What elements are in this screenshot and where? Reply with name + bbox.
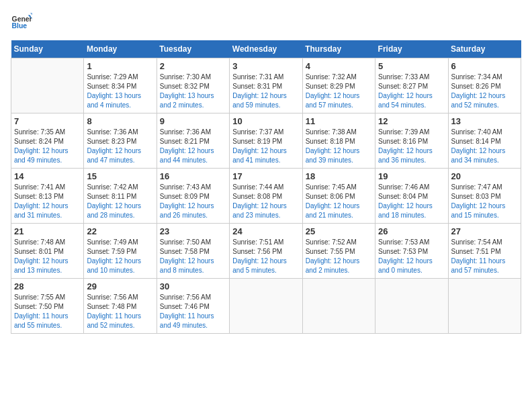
day-cell: 10Sunrise: 7:37 AMSunset: 8:19 PMDayligh… — [230, 113, 302, 169]
day-info: Sunrise: 7:47 AMSunset: 8:03 PMDaylight:… — [451, 183, 518, 220]
day-number: 8 — [87, 116, 153, 126]
daylight-label: Daylight: 12 hours and 49 minutes. — [14, 147, 69, 164]
day-info: Sunrise: 7:38 AMSunset: 8:18 PMDaylight:… — [306, 128, 372, 165]
day-number: 28 — [14, 281, 81, 291]
daylight-label: Daylight: 12 hours and 8 minutes. — [160, 257, 214, 274]
day-info: Sunrise: 7:44 AMSunset: 8:08 PMDaylight:… — [232, 183, 299, 220]
daylight-label: Daylight: 12 hours and 21 minutes. — [306, 202, 360, 219]
day-number: 30 — [160, 281, 226, 291]
daylight-label: Daylight: 12 hours and 47 minutes. — [87, 147, 141, 164]
daylight-label: Daylight: 11 hours and 57 minutes. — [451, 257, 506, 274]
day-info: Sunrise: 7:42 AMSunset: 8:11 PMDaylight:… — [87, 183, 153, 220]
day-cell: 20Sunrise: 7:47 AMSunset: 8:03 PMDayligh… — [448, 169, 521, 224]
day-info: Sunrise: 7:55 AMSunset: 7:50 PMDaylight:… — [14, 293, 81, 330]
col-header-wednesday: Wednesday — [230, 40, 302, 58]
day-cell — [302, 279, 375, 334]
day-info: Sunrise: 7:37 AMSunset: 8:19 PMDaylight:… — [232, 128, 299, 165]
col-header-thursday: Thursday — [302, 40, 375, 58]
day-info: Sunrise: 7:34 AMSunset: 8:26 PMDaylight:… — [451, 73, 518, 110]
day-info: Sunrise: 7:32 AMSunset: 8:29 PMDaylight:… — [306, 73, 372, 110]
day-info: Sunrise: 7:49 AMSunset: 7:59 PMDaylight:… — [87, 238, 153, 275]
day-cell: 5Sunrise: 7:33 AMSunset: 8:27 PMDaylight… — [375, 58, 448, 113]
day-cell: 2Sunrise: 7:30 AMSunset: 8:32 PMDaylight… — [157, 58, 229, 113]
daylight-label: Daylight: 12 hours and 15 minutes. — [451, 202, 506, 219]
day-number: 24 — [232, 226, 299, 236]
day-info: Sunrise: 7:40 AMSunset: 8:14 PMDaylight:… — [451, 128, 518, 165]
day-cell: 1Sunrise: 7:29 AMSunset: 8:34 PMDaylight… — [84, 58, 157, 113]
day-info: Sunrise: 7:46 AMSunset: 8:04 PMDaylight:… — [378, 183, 445, 220]
day-info: Sunrise: 7:29 AMSunset: 8:34 PMDaylight:… — [87, 73, 153, 110]
day-info: Sunrise: 7:53 AMSunset: 7:53 PMDaylight:… — [378, 238, 445, 275]
daylight-label: Daylight: 12 hours and 18 minutes. — [378, 202, 433, 219]
day-info: Sunrise: 7:51 AMSunset: 7:56 PMDaylight:… — [232, 238, 299, 275]
day-info: Sunrise: 7:56 AMSunset: 7:48 PMDaylight:… — [87, 293, 153, 330]
day-number: 5 — [378, 61, 445, 71]
day-cell: 13Sunrise: 7:40 AMSunset: 8:14 PMDayligh… — [448, 113, 521, 169]
day-info: Sunrise: 7:30 AMSunset: 8:32 PMDaylight:… — [160, 73, 226, 110]
day-info: Sunrise: 7:36 AMSunset: 8:21 PMDaylight:… — [160, 128, 226, 165]
day-number: 25 — [306, 226, 372, 236]
day-number: 3 — [232, 61, 299, 71]
col-header-tuesday: Tuesday — [157, 40, 229, 58]
day-cell — [11, 58, 84, 113]
day-number: 12 — [378, 116, 445, 126]
day-info: Sunrise: 7:31 AMSunset: 8:31 PMDaylight:… — [232, 73, 299, 110]
day-number: 29 — [87, 281, 153, 291]
daylight-label: Daylight: 12 hours and 39 minutes. — [306, 147, 360, 164]
day-cell — [230, 279, 302, 334]
day-cell: 24Sunrise: 7:51 AMSunset: 7:56 PMDayligh… — [230, 224, 302, 279]
daylight-label: Daylight: 12 hours and 54 minutes. — [378, 92, 433, 109]
week-row-5: 28Sunrise: 7:55 AMSunset: 7:50 PMDayligh… — [11, 279, 521, 334]
day-cell: 28Sunrise: 7:55 AMSunset: 7:50 PMDayligh… — [11, 279, 84, 334]
day-number: 18 — [306, 171, 372, 181]
day-number: 20 — [451, 171, 518, 181]
day-number: 10 — [232, 116, 299, 126]
week-row-1: 1Sunrise: 7:29 AMSunset: 8:34 PMDaylight… — [11, 58, 521, 113]
daylight-label: Daylight: 11 hours and 49 minutes. — [160, 312, 214, 329]
day-cell: 11Sunrise: 7:38 AMSunset: 8:18 PMDayligh… — [302, 113, 375, 169]
day-cell: 3Sunrise: 7:31 AMSunset: 8:31 PMDaylight… — [230, 58, 302, 113]
day-cell: 7Sunrise: 7:35 AMSunset: 8:24 PMDaylight… — [11, 113, 84, 169]
day-number: 15 — [87, 171, 153, 181]
day-info: Sunrise: 7:54 AMSunset: 7:51 PMDaylight:… — [451, 238, 518, 275]
day-number: 14 — [14, 171, 81, 181]
day-number: 9 — [160, 116, 226, 126]
day-number: 21 — [14, 226, 81, 236]
day-number: 22 — [87, 226, 153, 236]
day-number: 2 — [160, 61, 226, 71]
daylight-label: Daylight: 12 hours and 36 minutes. — [378, 147, 433, 164]
day-number: 6 — [451, 61, 518, 71]
day-cell: 8Sunrise: 7:36 AMSunset: 8:23 PMDaylight… — [84, 113, 157, 169]
day-cell: 19Sunrise: 7:46 AMSunset: 8:04 PMDayligh… — [375, 169, 448, 224]
day-cell: 17Sunrise: 7:44 AMSunset: 8:08 PMDayligh… — [230, 169, 302, 224]
day-cell: 26Sunrise: 7:53 AMSunset: 7:53 PMDayligh… — [375, 224, 448, 279]
day-number: 7 — [14, 116, 81, 126]
col-header-monday: Monday — [84, 40, 157, 58]
day-info: Sunrise: 7:33 AMSunset: 8:27 PMDaylight:… — [378, 73, 445, 110]
day-cell: 30Sunrise: 7:56 AMSunset: 7:46 PMDayligh… — [157, 279, 229, 334]
day-number: 26 — [378, 226, 445, 236]
day-number: 16 — [160, 171, 226, 181]
day-number: 23 — [160, 226, 226, 236]
svg-text:Blue: Blue — [12, 22, 28, 30]
daylight-label: Daylight: 12 hours and 44 minutes. — [160, 147, 214, 164]
daylight-label: Daylight: 12 hours and 0 minutes. — [378, 257, 433, 274]
day-cell: 14Sunrise: 7:41 AMSunset: 8:13 PMDayligh… — [11, 169, 84, 224]
day-cell: 9Sunrise: 7:36 AMSunset: 8:21 PMDaylight… — [157, 113, 229, 169]
daylight-label: Daylight: 12 hours and 34 minutes. — [451, 147, 506, 164]
day-cell: 22Sunrise: 7:49 AMSunset: 7:59 PMDayligh… — [84, 224, 157, 279]
day-number: 4 — [306, 61, 372, 71]
day-number: 19 — [378, 171, 445, 181]
day-number: 27 — [451, 226, 518, 236]
day-info: Sunrise: 7:36 AMSunset: 8:23 PMDaylight:… — [87, 128, 153, 165]
svg-text:General: General — [12, 15, 32, 23]
daylight-label: Daylight: 13 hours and 2 minutes. — [160, 92, 214, 109]
col-header-saturday: Saturday — [448, 40, 521, 58]
daylight-label: Daylight: 12 hours and 5 minutes. — [232, 257, 287, 274]
day-info: Sunrise: 7:45 AMSunset: 8:06 PMDaylight:… — [306, 183, 372, 220]
daylight-label: Daylight: 11 hours and 52 minutes. — [87, 312, 141, 329]
day-info: Sunrise: 7:43 AMSunset: 8:09 PMDaylight:… — [160, 183, 226, 220]
logo: General Blue — [11, 11, 34, 32]
day-number: 13 — [451, 116, 518, 126]
day-info: Sunrise: 7:39 AMSunset: 8:16 PMDaylight:… — [378, 128, 445, 165]
